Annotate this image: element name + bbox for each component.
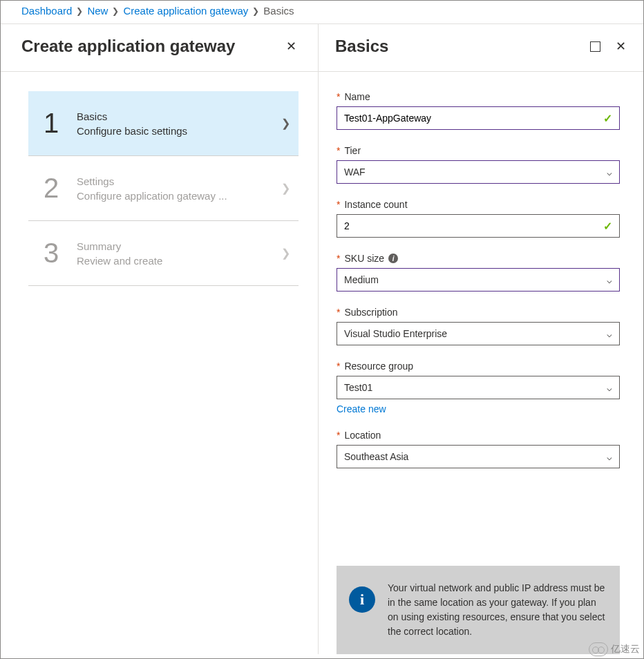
select-value: WAF (344, 166, 607, 178)
chevron-down-icon: ⌵ (607, 167, 612, 178)
location-select[interactable]: Southeast Asia ⌵ (337, 445, 620, 468)
field-name: *Name ✓ (337, 91, 620, 130)
chevron-down-icon: ⌵ (607, 329, 612, 339)
sku-size-select[interactable]: Medium ⌵ (337, 268, 620, 292)
field-label: Instance count (344, 199, 407, 210)
instance-count-input-wrap[interactable]: ✓ (337, 214, 620, 238)
chevron-right-icon: ❯ (281, 247, 290, 260)
close-icon[interactable]: ✕ (613, 39, 628, 54)
field-resource-group: *Resource group Test01 ⌵ Create new (337, 361, 620, 414)
step-number: 3 (44, 238, 77, 269)
left-panel: Create application gateway ✕ 1 Basics Co… (1, 24, 319, 654)
field-label: Location (344, 430, 381, 441)
info-icon: i (349, 586, 375, 613)
create-new-link[interactable]: Create new (337, 403, 386, 414)
info-icon[interactable]: i (388, 254, 398, 263)
step-settings[interactable]: 2 Settings Configure application gateway… (28, 156, 299, 221)
chevron-down-icon: ⌵ (607, 452, 612, 462)
step-subtitle: Configure basic settings (77, 125, 281, 137)
breadcrumb: Dashboard ❯ New ❯ Create application gat… (1, 1, 643, 24)
info-box: i Your virtual network and public IP add… (337, 566, 620, 654)
name-input-wrap[interactable]: ✓ (337, 106, 620, 130)
step-title: Summary (77, 240, 281, 252)
breadcrumb-current: Basics (263, 5, 294, 17)
info-message: Your virtual network and public IP addre… (388, 581, 607, 639)
chevron-down-icon: ⌵ (607, 275, 612, 285)
chevron-right-icon: ❯ (252, 6, 259, 16)
field-label: Resource group (344, 361, 413, 372)
breadcrumb-new[interactable]: New (87, 5, 108, 17)
field-label: SKU size (344, 253, 384, 264)
chevron-right-icon: ❯ (281, 117, 290, 130)
step-title: Basics (77, 111, 281, 122)
select-value: Medium (344, 274, 607, 285)
blade-title: Basics (335, 37, 388, 56)
maximize-icon[interactable] (590, 41, 600, 52)
step-basics[interactable]: 1 Basics Configure basic settings ❯ (28, 91, 299, 156)
field-location: *Location Southeast Asia ⌵ (337, 430, 620, 468)
right-panel: Basics ✕ *Name ✓ *Tier WAF ⌵ (319, 24, 643, 654)
resource-group-select[interactable]: Test01 ⌵ (337, 376, 620, 399)
close-icon[interactable]: ✕ (283, 39, 299, 54)
field-sku-size: * SKU size i Medium ⌵ (337, 253, 620, 292)
field-label: Tier (344, 145, 361, 156)
field-label: Subscription (344, 307, 397, 318)
check-icon: ✓ (603, 112, 612, 125)
instance-count-input[interactable] (344, 220, 603, 231)
check-icon: ✓ (603, 220, 612, 233)
wizard-steps: 1 Basics Configure basic settings ❯ 2 Se… (1, 72, 318, 286)
chevron-right-icon: ❯ (112, 6, 119, 16)
step-title: Settings (77, 175, 281, 187)
chevron-right-icon: ❯ (76, 6, 83, 16)
select-value: Southeast Asia (344, 451, 607, 462)
watermark-icon (589, 642, 608, 656)
step-summary[interactable]: 3 Summary Review and create ❯ (28, 221, 299, 286)
watermark-text: 亿速云 (611, 643, 640, 656)
breadcrumb-dashboard[interactable]: Dashboard (21, 5, 72, 17)
basics-form: *Name ✓ *Tier WAF ⌵ *Instance count (319, 72, 643, 544)
select-value: Visual Studio Enterprise (344, 328, 607, 339)
field-label: Name (344, 91, 370, 102)
chevron-down-icon: ⌵ (607, 383, 612, 393)
step-number: 2 (44, 173, 77, 204)
page-title: Create application gateway (21, 37, 235, 56)
field-instance-count: *Instance count ✓ (337, 199, 620, 238)
step-subtitle: Configure application gateway ... (77, 190, 281, 202)
breadcrumb-create-app-gateway[interactable]: Create application gateway (123, 5, 248, 17)
subscription-select[interactable]: Visual Studio Enterprise ⌵ (337, 322, 620, 345)
select-value: Test01 (344, 382, 607, 393)
chevron-right-icon: ❯ (281, 182, 290, 195)
name-input[interactable] (344, 113, 603, 124)
step-number: 1 (44, 108, 77, 139)
field-subscription: *Subscription Visual Studio Enterprise ⌵ (337, 307, 620, 345)
field-tier: *Tier WAF ⌵ (337, 145, 620, 184)
step-subtitle: Review and create (77, 255, 281, 267)
tier-select[interactable]: WAF ⌵ (337, 160, 620, 184)
watermark: 亿速云 (589, 642, 640, 656)
